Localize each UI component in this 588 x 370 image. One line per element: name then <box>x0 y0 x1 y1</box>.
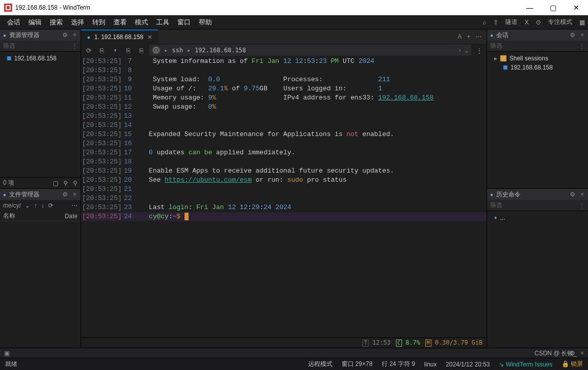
close-icon[interactable]: × <box>72 31 78 39</box>
terminal-toolbar: ⟳ ⎘ ▾ ⎘ ⎘ ⓘ ▸ ssh ▸ 192.168.68.158 › ⌄ ⋮ <box>81 44 487 57</box>
close-icon[interactable]: × <box>72 191 78 198</box>
dropdown-icon[interactable]: ⌄ <box>25 202 30 209</box>
terminal-output[interactable]: [20:53:25]7 System information as of Fri… <box>81 57 487 338</box>
refresh-icon[interactable]: ⟳ <box>48 202 53 209</box>
filter-more-icon[interactable]: ⋮ <box>579 43 585 50</box>
session-name: 192.168.68.158 <box>14 55 56 62</box>
focus-icon[interactable]: ⊙ <box>536 19 541 26</box>
up-icon[interactable]: ↑ <box>34 202 37 209</box>
files-column-header[interactable]: 名称 Date <box>0 211 81 221</box>
chevron-down-icon[interactable]: ▾ <box>109 45 121 56</box>
explorer-tree: 192.168.68.158 <box>0 52 81 177</box>
chevron-right-icon[interactable]: › <box>458 47 462 54</box>
statusbar: 就绪 远程模式 窗口 29×78 行 24 字符 9 linux 2024/1/… <box>0 358 588 370</box>
session-icon <box>503 65 507 70</box>
explorer-filter[interactable]: 筛选 ⋮ <box>0 41 81 52</box>
copy3-icon[interactable]: ⎘ <box>136 45 147 56</box>
terminal-line: [20:53:25]7 System information as of Fri… <box>81 57 487 66</box>
menu-转到[interactable]: 转到 <box>88 16 109 29</box>
focus-label[interactable]: 专注模式 <box>548 18 572 26</box>
files-header[interactable]: ● 文件管理器 ⚙ × <box>0 189 81 200</box>
filter-placeholder: 筛选 <box>490 42 502 50</box>
sessions-filter[interactable]: 筛选 ⋮ <box>487 41 588 52</box>
history-item[interactable]: ● ... <box>487 213 588 222</box>
menu-会话[interactable]: 会话 <box>3 16 24 29</box>
pin1-icon[interactable]: ⚲ <box>63 180 68 187</box>
menu-窗口[interactable]: 窗口 <box>173 16 195 29</box>
dock-icon[interactable]: ▣ <box>4 350 10 357</box>
tree-session[interactable]: 192.168.68.158 <box>487 63 588 72</box>
search-icon[interactable]: ⌕ <box>483 19 486 26</box>
tab-session[interactable]: ● 1. 192.168.68.158 ✕ <box>81 29 158 44</box>
menubar: 会话编辑搜索选择转到查看模式工具窗口帮助 ⌕ ⇪ 隧道 X ⊙ 专注模式 ▦ <box>0 15 588 29</box>
bc-host[interactable]: 192.168.68.158 <box>195 47 246 54</box>
menu-查看[interactable]: 查看 <box>109 16 131 29</box>
filter-placeholder: 筛选 <box>3 42 15 50</box>
filter-more-icon[interactable]: ⋮ <box>71 43 78 50</box>
issues-link[interactable]: ↘ WindTerm Issues <box>499 361 552 368</box>
terminal-line: [20:53:25]19 Enable ESM Apps to receive … <box>81 166 487 176</box>
more-icon[interactable]: ⋯ <box>71 202 78 209</box>
session-item[interactable]: 192.168.68.158 <box>0 54 81 63</box>
close-icon[interactable]: × <box>579 31 585 39</box>
files-path[interactable]: me/cy/ <box>3 202 21 209</box>
history-header[interactable]: ● 历史命令 ⚙ × <box>487 189 588 200</box>
col-date[interactable]: Date <box>65 213 78 220</box>
gear-icon[interactable]: ⚙ <box>61 31 69 39</box>
menu-帮助[interactable]: 帮助 <box>195 16 216 29</box>
close-icon[interactable]: × <box>580 350 584 357</box>
text-a[interactable]: A <box>458 33 462 40</box>
layout-icon[interactable]: ▦ <box>579 19 585 26</box>
plus-icon[interactable]: + <box>467 33 470 40</box>
bc-protocol[interactable]: ssh <box>172 47 183 54</box>
session-label: 192.168.68.158 <box>510 64 553 71</box>
menu-编辑[interactable]: 编辑 <box>24 16 46 29</box>
more-icon[interactable]: ⋮ <box>473 45 485 56</box>
box-icon[interactable]: ▢ <box>53 180 58 187</box>
tabbar: ● 1. 192.168.68.158 ✕ A + ⋯ <box>81 29 487 44</box>
history-filter[interactable]: 筛选 ⋮ <box>487 200 588 211</box>
status-time: 12:53 <box>373 339 391 346</box>
down-icon[interactable]: ↓ <box>41 202 44 209</box>
explorer-header[interactable]: ● 资源管理器 ⚙ × <box>0 29 81 41</box>
terminal-line: [20:53:25]10 Usage of /: 29.1% of 9.75GB… <box>81 84 487 93</box>
gear-icon[interactable]: ⚙ <box>569 31 576 39</box>
more-icon[interactable]: ⋯ <box>475 33 482 40</box>
explorer-status: 0 项 ▢ ⚲ ⚲ <box>0 177 81 188</box>
filter-more-icon[interactable]: ⋮ <box>579 202 585 209</box>
col-name[interactable]: 名称 <box>3 212 15 220</box>
sync-icon[interactable]: ⟳ <box>83 45 94 56</box>
item-count: 0 项 <box>3 179 14 187</box>
session-icon <box>7 56 11 60</box>
terminal-line: [20:53:25]12 Swap usage: 0% <box>81 103 487 112</box>
tab-close-icon[interactable]: ✕ <box>148 34 152 41</box>
menubar-right: ⌕ ⇪ 隧道 X ⊙ 专注模式 ▦ <box>483 18 585 26</box>
menu-搜索[interactable]: 搜索 <box>46 16 67 29</box>
m-badge: M <box>425 340 431 347</box>
copy1-icon[interactable]: ⎘ <box>96 45 107 56</box>
pin2-icon[interactable]: ⚲ <box>73 180 78 187</box>
info-icon[interactable]: ⓘ <box>152 46 160 54</box>
close-button[interactable]: ✕ <box>565 0 588 15</box>
maximize-button[interactable]: ▢ <box>541 0 565 15</box>
main: ● 资源管理器 ⚙ × 筛选 ⋮ 192.168.68.158 0 项 ▢ <box>0 29 588 348</box>
folder-label: Shell sessions <box>509 55 548 62</box>
menu-工具[interactable]: 工具 <box>152 16 173 29</box>
center-column: ● 1. 192.168.68.158 ✕ A + ⋯ ⟳ ⎘ ▾ ⎘ ⎘ ⓘ … <box>81 29 487 348</box>
tunnel-icon[interactable]: ⇪ <box>493 19 498 26</box>
menu-选择[interactable]: 选择 <box>67 16 88 29</box>
files-path-bar: me/cy/ ⌄ ↑ ↓ ⟳ ⋯ <box>0 200 81 211</box>
gear-icon[interactable]: ⚙ <box>61 191 69 198</box>
chevron-down-icon[interactable]: ⌄ <box>465 47 468 54</box>
x-icon[interactable]: X <box>525 19 529 26</box>
lock-button[interactable]: 🔒 锁屏 <box>562 360 583 368</box>
sessions-header[interactable]: ● 会话 ⚙ × <box>487 29 588 41</box>
close-icon[interactable]: × <box>579 191 585 198</box>
tunnel-label[interactable]: 隧道 <box>505 18 518 26</box>
copy2-icon[interactable]: ⎘ <box>123 45 134 56</box>
gear-icon[interactable]: ⚙ <box>569 191 576 198</box>
menu-模式[interactable]: 模式 <box>131 16 152 29</box>
breadcrumb[interactable]: ⓘ ▸ ssh ▸ 192.168.68.158 › ⌄ <box>149 45 471 56</box>
minimize-button[interactable]: — <box>518 0 541 15</box>
tree-folder[interactable]: ▸ Shell sessions <box>487 54 588 63</box>
